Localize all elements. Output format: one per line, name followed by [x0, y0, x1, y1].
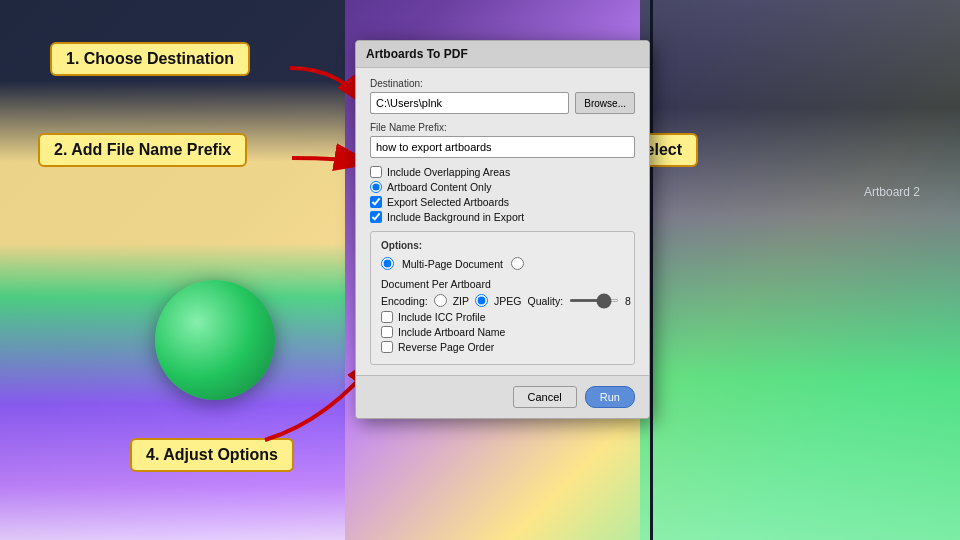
encoding-row: Encoding: ZIP JPEG Quality: 8 — [381, 294, 624, 307]
callout-1: 1. Choose Destination — [50, 42, 250, 76]
callout-4: 4. Adjust Options — [130, 438, 294, 472]
icc-profile-checkbox[interactable] — [381, 311, 393, 323]
doc-per-artboard-label: Document Per Artboard — [381, 278, 491, 290]
destination-row: Browse... — [370, 92, 635, 114]
callout-2: 2. Add File Name Prefix — [38, 133, 247, 167]
export-selected-label: Export Selected Artboards — [387, 196, 509, 208]
include-overlapping-label: Include Overlapping Areas — [387, 166, 510, 178]
reverse-page-row: Reverse Page Order — [381, 341, 624, 353]
quality-slider[interactable] — [569, 299, 619, 302]
dialog-title: Artboards To PDF — [356, 41, 649, 68]
artboard2-label: Artboard 2 — [864, 185, 920, 199]
artboard-content-radio[interactable] — [370, 181, 382, 193]
options-label: Options: — [381, 240, 624, 251]
artboard-name-row: Include Artboard Name — [381, 326, 624, 338]
artboard-name-label: Include Artboard Name — [398, 326, 505, 338]
export-selected-row: Export Selected Artboards — [370, 196, 635, 208]
globe-decoration — [155, 280, 275, 400]
export-selected-checkbox[interactable] — [370, 196, 382, 208]
multi-page-radio[interactable] — [381, 257, 394, 270]
artboard-content-label: Artboard Content Only — [387, 181, 491, 193]
include-background-label: Include Background in Export — [387, 211, 524, 223]
artboard-name-checkbox[interactable] — [381, 326, 393, 338]
quality-label: Quality: — [527, 295, 563, 307]
icc-profile-label: Include ICC Profile — [398, 311, 486, 323]
reverse-page-checkbox[interactable] — [381, 341, 393, 353]
dialog-body: Destination: Browse... File Name Prefix:… — [356, 68, 649, 375]
multi-page-label: Multi-Page Document — [402, 258, 503, 270]
icc-profile-row: Include ICC Profile — [381, 311, 624, 323]
options-section: Options: Multi-Page Document Document Pe… — [370, 231, 635, 365]
zip-radio[interactable] — [434, 294, 447, 307]
jpeg-label: JPEG — [494, 295, 521, 307]
dialog-footer: Cancel Run — [356, 375, 649, 418]
zip-label: ZIP — [453, 295, 469, 307]
artboard-content-row: Artboard Content Only — [370, 181, 635, 193]
prefix-label: File Name Prefix: — [370, 122, 635, 133]
document-type-row: Multi-Page Document Document Per Artboar… — [381, 257, 624, 290]
include-background-row: Include Background in Export — [370, 211, 635, 223]
include-overlapping-checkbox[interactable] — [370, 166, 382, 178]
cancel-button[interactable]: Cancel — [513, 386, 577, 408]
include-background-checkbox[interactable] — [370, 211, 382, 223]
destination-input[interactable] — [370, 92, 569, 114]
prefix-input[interactable] — [370, 136, 635, 158]
destination-label: Destination: — [370, 78, 635, 89]
doc-per-artboard-radio[interactable] — [511, 257, 524, 270]
encoding-label: Encoding: — [381, 295, 428, 307]
artboards-to-pdf-dialog: Artboards To PDF Destination: Browse... … — [355, 40, 650, 419]
right-background — [640, 0, 960, 540]
artboard-divider — [650, 0, 653, 540]
include-overlapping-row: Include Overlapping Areas — [370, 166, 635, 178]
quality-value: 8 — [625, 295, 631, 307]
jpeg-radio[interactable] — [475, 294, 488, 307]
browse-button[interactable]: Browse... — [575, 92, 635, 114]
run-button[interactable]: Run — [585, 386, 635, 408]
reverse-page-label: Reverse Page Order — [398, 341, 494, 353]
